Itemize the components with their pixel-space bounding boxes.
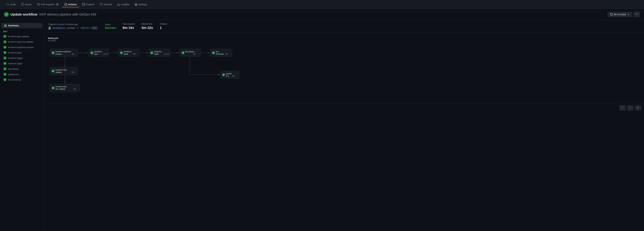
- nav-insights-label: Insights: [121, 3, 129, 6]
- sidebar-job-label-5: kubeone-apply: [8, 62, 22, 65]
- trigger-info: Triggered via push 8 minutes ago michalv…: [44, 20, 644, 33]
- artifacts-col: Artifacts 1: [160, 23, 167, 30]
- sidebar-job-label-6: kkp-deploy: [8, 68, 18, 70]
- svg-text:45s: 45s: [225, 53, 228, 55]
- sidebar-item-terraform-apply[interactable]: terraform-apply: [1, 55, 43, 61]
- svg-point-23: [90, 51, 93, 54]
- svg-text:validate: validate: [56, 71, 62, 73]
- svg-text:56s: 56s: [193, 53, 196, 55]
- nav-projects[interactable]: Projects: [80, 2, 97, 7]
- avatar: [48, 26, 51, 30]
- sidebar-job-label-7: update-dns: [8, 73, 19, 76]
- graph-bottom-controls: [44, 104, 644, 112]
- svg-text:28s: 28s: [232, 75, 235, 77]
- sidebar-item-terraform-kkp-validate[interactable]: terraform-kkp-validate: [1, 34, 43, 39]
- billable-col: Billable time 5m 22s: [142, 23, 153, 30]
- svg-text:apply: apply: [124, 53, 128, 55]
- svg-marker-4: [116, 52, 118, 54]
- nav-pull-requests[interactable]: Pull requests 2: [35, 2, 62, 7]
- graph-filename: blank.yml: [48, 37, 58, 39]
- nav-code-label: Code: [10, 3, 16, 6]
- svg-text:bootstrap: bootstrap: [216, 53, 224, 55]
- svg-marker-16: [218, 74, 220, 76]
- svg-marker-8: [178, 52, 180, 54]
- nav-code[interactable]: Code: [4, 2, 18, 7]
- sidebar-item-terraform-backend-prepare[interactable]: terraform-backend-prepare: [1, 45, 43, 50]
- pr-badge: 2: [56, 3, 59, 6]
- svg-text:39s: 39s: [72, 53, 74, 55]
- rerun-jobs-button[interactable]: Re-run jobs: [608, 12, 632, 17]
- job-success-icon-3: [4, 51, 6, 54]
- svg-marker-10: [208, 52, 210, 54]
- actions-icon: [64, 3, 67, 6]
- home-icon: [4, 24, 7, 27]
- svg-marker-6: [147, 52, 148, 54]
- sidebar-job-label-4: terraform-apply: [8, 57, 23, 59]
- fit-icon: [621, 106, 624, 109]
- workflow-title-label: Update workflow: [10, 13, 38, 16]
- artifacts-value: 1: [160, 26, 167, 30]
- sidebar-jobs-label: Jobs: [0, 30, 44, 34]
- sidebar-job-label-2: terraform-backend-prepare: [8, 46, 34, 49]
- sidebar-item-kkp-deploy[interactable]: kkp-deploy: [1, 66, 43, 72]
- main-layout: Summary Jobs terraform-kkp-validate terr…: [0, 20, 644, 231]
- svg-text:plan: plan: [94, 53, 98, 55]
- nav-security[interactable]: Security: [98, 2, 114, 7]
- nav-settings[interactable]: Settings: [132, 2, 150, 7]
- top-nav: Code Issues Pull requests 2 Actions: [0, 0, 644, 9]
- zoom-in-button[interactable]: [635, 105, 641, 110]
- sidebar-item-terraform-plan[interactable]: terraform-plan: [1, 50, 43, 55]
- job-success-icon-1: [4, 40, 6, 43]
- sidebar-summary-item[interactable]: Summary: [1, 23, 42, 28]
- svg-text:terraform-: terraform-: [124, 51, 132, 53]
- more-options-button[interactable]: [634, 12, 640, 17]
- sidebar-item-flux-bootstrap[interactable]: flux-bootstrap: [1, 77, 43, 82]
- insights-icon: [118, 3, 120, 6]
- workflow-title-text: Update workflow KKP delivery pipeline wi…: [10, 13, 96, 17]
- artifacts-label: Artifacts: [160, 23, 167, 25]
- workflow-graph-svg: terraform-backend- prepare 39s terraform…: [48, 45, 234, 99]
- branch-badge: main: [91, 26, 98, 30]
- workflow-actions: Re-run jobs: [608, 12, 640, 17]
- sidebar-item-update-dns[interactable]: update-dns: [1, 72, 43, 77]
- fit-button[interactable]: [619, 105, 626, 110]
- svg-point-0: [49, 27, 50, 28]
- rerun-icon: [610, 13, 613, 16]
- sidebar-item-terraform-kkp-dns-validate[interactable]: terraform-kkp-dns-validate: [1, 39, 43, 45]
- sidebar-item-kubeone-apply[interactable]: kubeone-apply: [1, 61, 43, 66]
- svg-text:prepare: prepare: [56, 53, 62, 55]
- sidebar-job-label-3: terraform-plan: [8, 51, 22, 54]
- billable-value: 5m 22s: [142, 26, 153, 30]
- job-success-icon-6: [4, 67, 6, 70]
- billable-label: Billable time: [142, 23, 153, 25]
- svg-marker-57: [64, 82, 66, 84]
- rerun-label: Re-run jobs: [614, 13, 626, 16]
- svg-text:dns-validate: dns-validate: [56, 88, 65, 90]
- svg-point-28: [120, 51, 123, 54]
- graph-trigger: on: push: [48, 39, 640, 42]
- nav-insights[interactable]: Insights: [115, 2, 132, 7]
- job-success-icon-2: [4, 46, 6, 49]
- nav-actions[interactable]: Actions: [62, 2, 79, 7]
- svg-text:apply: apply: [154, 53, 159, 55]
- nav-pr-label: Pull requests: [41, 3, 54, 6]
- content-area: Triggered via push 8 minutes ago michalv…: [44, 20, 644, 231]
- nav-issues[interactable]: Issues: [19, 2, 34, 7]
- svg-text:dns: dns: [226, 75, 229, 77]
- zoom-out-button[interactable]: [627, 105, 634, 110]
- svg-point-33: [150, 51, 153, 54]
- svg-point-59: [52, 86, 54, 89]
- nav-issues-label: Issues: [25, 3, 32, 6]
- code-icon: [6, 3, 9, 6]
- svg-point-38: [182, 51, 184, 54]
- svg-marker-2: [87, 52, 88, 54]
- commit-hash[interactable]: 1d6cdc2: [77, 27, 90, 29]
- svg-text:1m 5s: 1m 5s: [103, 53, 108, 55]
- commit-icon: [77, 27, 79, 29]
- svg-text:24s: 24s: [73, 88, 76, 90]
- svg-text:kubeone-: kubeone-: [154, 51, 162, 53]
- svg-point-47: [52, 70, 54, 73]
- svg-text:1m 13s: 1m 13s: [164, 53, 169, 55]
- duration-value: 8m 16s: [122, 26, 135, 30]
- svg-text:46s: 46s: [133, 53, 136, 55]
